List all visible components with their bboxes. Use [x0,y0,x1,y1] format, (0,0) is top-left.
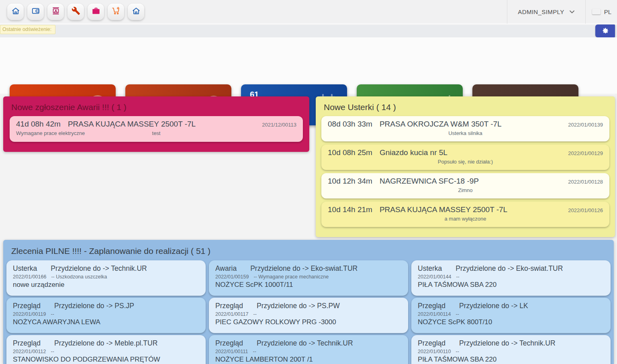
zlecenie-card[interactable]: Przegląd Przydzielone do -> PS.JP 2022/0… [6,298,206,333]
order-type: Usterka [13,264,37,273]
ticket-description: a mam wyłączone [328,216,603,222]
ticket-description: Popsuło się, nie działa:) [328,159,603,165]
order-assigned: Przydzielone do -> Eko-swiat.TUR [250,264,358,273]
ticket-age: 10d 12h 34m [328,177,372,186]
usterka-ticket[interactable]: 08d 03h 33m PRASA OKROJCZA W&M 350T -7L … [321,116,609,141]
zlecenie-card[interactable]: Awaria Przydzielone do -> Eko-swiat.TUR … [209,260,408,296]
zlecenia-panel-title: Zlecenia PILNE !!!! - Zaplanowanie do re… [3,240,614,260]
order-type: Usterka [418,264,442,273]
order-description: -- Wymagane prace mechaniczne [253,274,329,280]
briefcase-button[interactable] [88,4,104,20]
order-ref: 2022/01/00166 [13,274,46,280]
chevron-down-icon [569,8,575,15]
ticket-ref: 2022/01/00139 [568,122,603,128]
briefcase-icon [92,6,100,17]
order-type: Przegląd [215,302,243,310]
order-ref: 2022/01/00112 [13,349,46,354]
order-ref: 2022/01/00159 [215,274,249,280]
ticket-ref: 2022/01/00128 [568,179,603,185]
order-equipment: NOŻYCE LAMBERTON 200T /1 [215,356,402,364]
gear-icon [601,27,609,36]
refresh-bar [0,25,617,37]
order-ref: 2022/01/00114 [418,311,451,317]
zlecenie-card[interactable]: Przegląd Przydzielone do -> Technik.UR 2… [209,335,408,364]
order-description: -- [456,349,459,354]
awaria-panel-title: Nowe zgłoszenie Awarii !!! ( 1 ) [3,96,309,116]
order-type: Awaria [215,264,237,273]
order-ref: 2022/01/00110 [418,349,451,354]
awaria-ticket[interactable]: 41d 08h 42m PRASA KUJĄCA MASSEY 2500T -7… [10,116,303,142]
usterka-ticket[interactable]: 10d 12h 34m NAGRZEWNICA SFC-18 -9P 2022/… [321,173,609,198]
order-assigned: Przydzielone do -> Technik.UR [51,264,147,273]
ticket-description: Usterka silnika [328,130,603,136]
user-menu[interactable]: ADMIN_SIMPLY [507,0,585,24]
home-alt-button[interactable] [128,4,144,20]
order-equipment: NOŻYCE ScPK 1000T/11 [215,281,402,289]
order-description: -- [253,311,257,317]
order-ref: 2022/01/00144 [418,274,451,280]
usterki-panel: Nowe Usterki ( 14 ) 08d 03h 33m PRASA OK… [316,96,615,237]
ticket-age: 10d 08h 25m [328,148,372,157]
ticket-age: 10d 14h 21m [328,205,372,214]
order-equipment: PIŁA TAŚMOWA SBA 220 [418,281,604,289]
ticket-equipment: PRASA OKROJCZA W&M 350T -7L [380,120,568,129]
order-assigned: Przydzielone do -> Eko-swiat.TUR [456,264,563,273]
order-description: -- [253,349,256,354]
order-type: Przegląd [13,302,41,310]
zlecenie-card[interactable]: Przegląd Przydzielone do -> PS.PW 2022/0… [209,298,408,333]
contact-card-button[interactable] [47,4,64,20]
cart-plus-button[interactable] [108,4,124,20]
usterka-ticket[interactable]: 10d 08h 25m Gniazdo kucia nr 5L 2022/01/… [321,145,609,170]
order-equipment: PIEC GAZOWY ROLKOWY PRG -3000 [215,318,402,326]
ticket-ref: 2022/01/00126 [568,207,603,213]
home-icon [11,6,20,17]
top-toolbar: ADMIN_SIMPLY PL [0,0,617,24]
order-assigned: Przydzielone do -> Meble.pl.TUR [54,339,157,348]
poland-flag-icon [592,9,601,14]
zlecenie-card[interactable]: Przegląd Przydzielone do -> LK 2022/01/0… [411,298,611,333]
usterka-ticket[interactable]: 10d 14h 21m PRASA KUJĄCA MASSEY 2500T -7… [321,202,609,227]
order-equipment: NOŻYCA AWARYJNA LEWA [13,318,199,326]
order-assigned: Przydzielone do -> Technik.UR [257,339,353,348]
home-alt-icon [132,6,141,17]
settings-button[interactable] [595,25,615,37]
language-selector[interactable]: PL [585,0,617,24]
order-equipment: nowe urządzenie [13,281,199,289]
order-equipment: PIŁA TAŚMOWA SBA 220 [418,356,604,364]
zlecenie-card[interactable]: Przegląd Przydzielone do -> Meble.pl.TUR… [6,335,206,364]
toolbar-icon-group [0,4,144,20]
order-assigned: Przydzielone do -> PS.PW [257,302,340,310]
ticket-equipment: PRASA KUJĄCA MASSEY 2500T -7L [68,120,262,129]
ticket-equipment: Gniazdo kucia nr 5L [380,148,568,157]
stat-cards-band: Nowe zgłoszenie 10 Awarie 61 Zlecenie w … [0,37,617,94]
order-assigned: Przydzielone do -> LK [459,302,528,310]
order-ref: 2022/01/00117 [215,311,249,317]
order-assigned: Przydzielone do -> PS.JP [54,302,134,310]
zlecenia-panel: Zlecenia PILNE !!!! - Zaplanowanie do re… [3,240,614,364]
language-label: PL [604,8,611,15]
user-name: ADMIN_SIMPLY [518,8,564,15]
order-description: -- [51,311,54,317]
order-equipment: NOŻYCE ScPK 800T/10 [418,318,604,326]
order-type: Przegląd [13,339,41,348]
contact-card-icon [51,6,60,17]
ticket-equipment: PRASA KUJĄCA MASSEY 2500T -7L [380,205,568,214]
order-equipment: STANOWISKO DO PODGRZEWANIA PRĘTÓW [13,356,199,364]
ticket-ref: 2022/01/00129 [568,150,603,156]
zlecenie-card[interactable]: Przegląd Przydzielone do -> Technik.UR 2… [411,335,611,364]
usterki-list: 08d 03h 33m PRASA OKROJCZA W&M 350T -7L … [321,116,609,227]
order-type: Przegląd [418,339,445,348]
order-description: -- [456,311,459,317]
order-description: -- [51,349,54,354]
wallet-button[interactable] [27,4,44,20]
order-description: -- [456,274,459,280]
zlecenie-card[interactable]: Usterka Przydzielone do -> Eko-swiat.TUR… [411,260,611,296]
order-ref: 2022/01/00111 [215,349,248,354]
wrench-icon [72,6,80,17]
wrench-button[interactable] [67,4,84,20]
zlecenia-grid: Usterka Przydzielone do -> Technik.UR 20… [6,260,611,364]
zlecenie-card[interactable]: Usterka Przydzielone do -> Technik.UR 20… [6,260,206,296]
home-button[interactable] [7,4,24,20]
order-assigned: Przydzielone do -> Technik.UR [459,339,555,348]
order-ref: 2022/01/00119 [13,311,46,317]
